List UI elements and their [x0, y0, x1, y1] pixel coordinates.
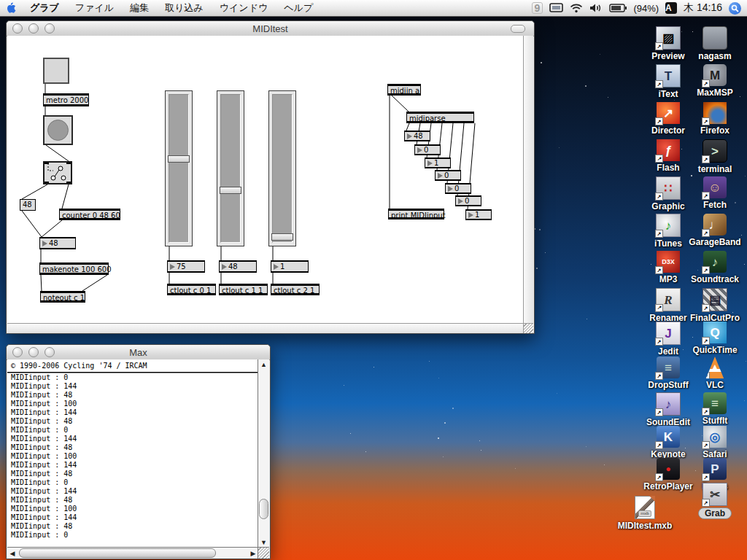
console-titlebar[interactable]: Max [7, 345, 270, 360]
desktop-icon-maxmsp[interactable]: MMaxMSP [678, 64, 747, 98]
patch-numberbox-num-75[interactable]: 75 [167, 260, 205, 273]
slider-thumb[interactable] [271, 233, 293, 241]
menu-clock[interactable]: 木 14:16 [684, 1, 722, 15]
battery-icon[interactable] [609, 4, 627, 12]
desktop-icon-fetch[interactable]: ☺Fetch [678, 176, 747, 210]
patch-bang-button[interactable] [43, 115, 73, 145]
console-vertical-scrollbar[interactable]: ▲ ▼ [258, 359, 269, 548]
patch-object-ctlout-0[interactable]: ctlout c 0 1 [167, 284, 216, 295]
desktop-icon-nagasm[interactable]: nagasm [678, 26, 747, 61]
patch-titlebar[interactable]: MIDItest [7, 21, 534, 36]
numberbox-triangle-icon [42, 241, 47, 246]
scroll-up-icon[interactable]: ▲ [258, 359, 269, 370]
patch-numberbox-mp-num-3[interactable]: 1 [425, 158, 451, 168]
displays-icon[interactable] [549, 3, 563, 14]
patch-numberbox-mp-num-4[interactable]: 0 [435, 170, 461, 181]
desktop-icon-firefox[interactable]: Firefox [678, 102, 747, 136]
desktop-icon-grab[interactable]: ✂Grab [678, 483, 747, 519]
minimize-button[interactable] [28, 23, 39, 34]
numberbox-triangle-icon [448, 186, 453, 192]
wifi-icon[interactable] [570, 3, 583, 13]
patch-numberbox-mp-num-2[interactable]: 0 [414, 144, 441, 155]
patch-object-midiparse[interactable]: midiparse [406, 112, 474, 123]
desktop-icon-stuffit[interactable]: ≡StuffIt [678, 392, 747, 426]
patch-numberbox-mp-num-7[interactable]: 1 [465, 209, 492, 220]
desktop-file-miditest[interactable]: mxb MIDItest.mxb [608, 496, 681, 531]
patch-numberbox-mp-num-5[interactable]: 0 [445, 183, 471, 194]
console-horizontal-scrollbar[interactable]: ◀ ▶ [7, 547, 258, 559]
collapse-widget[interactable] [511, 25, 525, 33]
keynote-icon: K [657, 426, 680, 448]
patch-object-counter[interactable]: counter 0 48 60 [59, 209, 120, 220]
scroll-left-icon[interactable]: ◀ [7, 548, 18, 559]
desktop-icon-vlc[interactable]: ▲VLC [678, 357, 747, 390]
patch-ggate[interactable] [43, 161, 72, 184]
volume-icon[interactable] [589, 3, 603, 13]
slider-thumb[interactable] [220, 187, 241, 194]
patch-numberbox-num-1[interactable]: 1 [271, 260, 309, 273]
mp3-icon: D3X [657, 251, 680, 273]
patch-slider[interactable] [165, 90, 193, 246]
slider-track [220, 94, 241, 243]
apple-menu[interactable] [0, 1, 22, 15]
patch-numberbox-num-main[interactable]: 48 [39, 237, 76, 249]
menu-item-4[interactable]: ウインドウ [212, 0, 276, 16]
desktop-icon-soundtrack[interactable]: ♪Soundtrack [678, 251, 747, 284]
slider-track [169, 94, 189, 243]
spotlight-icon[interactable] [729, 2, 741, 15]
patch-object-ctlout-2[interactable]: ctlout c 2 1 [271, 284, 320, 295]
patch-object-ctlout-1[interactable]: ctlout c 1 1 [219, 284, 268, 295]
patch-numberbox-mp-num-1[interactable]: 48 [404, 131, 430, 141]
patch-resize-handle[interactable] [523, 323, 533, 333]
patch-numberbox-mp-num-6[interactable]: 0 [455, 195, 481, 206]
icon-label: MaxMSP [678, 88, 747, 98]
nagasm-icon [703, 26, 727, 50]
console-resize-handle[interactable] [258, 547, 269, 559]
scroll-down-icon[interactable]: ▼ [258, 537, 269, 548]
itext-icon: T [656, 64, 681, 88]
patch-message-msg-48[interactable]: 48 [20, 199, 36, 211]
patch-object-print[interactable]: print MIDIinput [388, 209, 444, 219]
numberbox-triangle-icon [417, 147, 422, 153]
numberbox-triangle-icon [170, 264, 175, 270]
patch-slider[interactable] [217, 90, 244, 246]
input-method-icon[interactable]: A [665, 2, 677, 14]
patch-object-metro[interactable]: metro 2000 [43, 93, 89, 106]
patch-vertical-scrollbar[interactable] [523, 36, 533, 324]
desktop-icon-safari[interactable]: ◎Safari [678, 426, 747, 459]
menu-item-3[interactable]: 取り込み [157, 0, 212, 16]
patch-object-midiin[interactable]: midiin a [387, 84, 421, 96]
desktop-icon-finalcutpro[interactable]: ▤FinalCutPro [678, 288, 747, 323]
desktop-icon-quicktime[interactable]: QQuickTime [678, 322, 747, 355]
patch-object-makenote[interactable]: makenote 100 600 [39, 262, 109, 275]
scroll-right-icon[interactable]: ▶ [248, 548, 258, 559]
desktop-icon-terminal[interactable]: >terminal [678, 139, 747, 174]
menu-item-2[interactable]: 編集 [122, 0, 157, 16]
slider-thumb[interactable] [168, 155, 190, 163]
patch-canvas[interactable]: metro 200048counter 0 48 6048makenote 10… [7, 36, 524, 324]
icon-label: nagasm [678, 51, 747, 61]
horizontal-scroll-thumb[interactable] [19, 548, 216, 558]
minimize-button[interactable] [28, 347, 39, 357]
apple-icon [6, 1, 16, 13]
desktop-icon-garageband[interactable]: ♩GarageBand [678, 214, 747, 247]
garageband-icon: ♩ [703, 214, 727, 236]
console-line: MIDIinput : 144 [7, 461, 258, 470]
vertical-scroll-thumb[interactable] [259, 499, 268, 519]
menu-item-5[interactable]: ヘルプ [276, 0, 321, 16]
close-button[interactable] [12, 347, 23, 357]
patch-toggle[interactable] [43, 58, 69, 84]
stuffit-icon: ≡ [703, 392, 727, 414]
zoom-button[interactable] [44, 23, 55, 34]
zoom-button[interactable] [44, 347, 55, 357]
console-log-list[interactable]: MIDIinput : 0MIDIinput : 144MIDIinput : … [7, 373, 258, 548]
menu-item-1[interactable]: ファイル [67, 0, 122, 16]
patch-numberbox-num-48b[interactable]: 48 [219, 260, 257, 273]
menu-bar: グラブファイル編集取り込みウインドウヘルプ 9 (94%) A 木 14:16 [0, 0, 747, 17]
close-button[interactable] [12, 23, 23, 34]
classic-environment-icon[interactable]: 9 [532, 2, 543, 14]
patch-horizontal-scrollbar[interactable] [7, 323, 524, 333]
patch-object-noteout[interactable]: noteout c 1 [40, 291, 85, 303]
menu-item-0[interactable]: グラブ [22, 0, 67, 16]
patch-slider[interactable] [268, 90, 296, 246]
